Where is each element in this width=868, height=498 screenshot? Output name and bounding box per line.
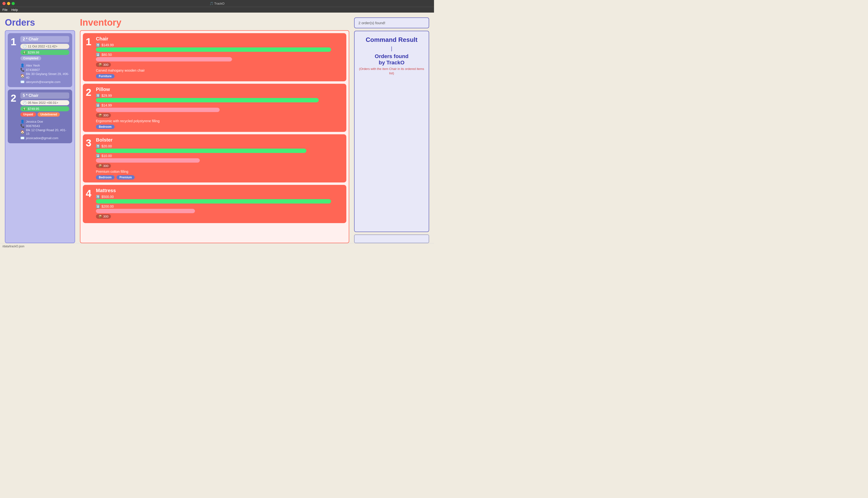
command-panel: 2 order(s) found! Command Result Orders …: [354, 17, 429, 243]
cost-price-bar-4: ⬇️ $200.00: [96, 205, 343, 213]
email-icon-2: ✉️: [20, 136, 24, 140]
menu-help[interactable]: Help: [11, 8, 18, 12]
order-phone-2: 📞 90876543: [20, 124, 69, 128]
down-arrow-icon-4: ⬇️: [96, 205, 100, 208]
inventory-card-3[interactable]: 3 Bolster ⬆️ $20.00 ⬇️ $10.00: [83, 134, 346, 182]
stock-badge-2: 📦 300: [96, 113, 111, 118]
connector-line: [391, 47, 392, 51]
status-badge-completed: Completed: [20, 56, 41, 61]
orders-found-subtitle: (Orders with the item Chair in its order…: [358, 67, 425, 76]
sell-price-bar-2: ⬆️ $29.99: [96, 94, 343, 102]
order-address-1: 🏠 Blk 30 Geylang Street 29, #06-40: [20, 72, 69, 79]
orders-found-title: Orders found by TrackO: [375, 53, 408, 66]
status-badge-undelivered: Undelivered: [38, 112, 60, 117]
close-button[interactable]: [2, 2, 5, 5]
result-text: 2 order(s) found!: [358, 21, 385, 25]
up-arrow-icon: ⬆️: [96, 43, 100, 47]
cost-price-bar-2: ⬇️ $14.99: [96, 103, 343, 112]
inventory-name-1: Chair: [96, 36, 343, 42]
order-number-2: 2: [11, 92, 18, 104]
tag-bedroom-3: Bedroom: [96, 175, 115, 180]
inventory-tags-2: Bedroom: [96, 124, 343, 129]
person-icon-2: 👤: [20, 119, 24, 123]
money-icon-2: 💵: [23, 107, 27, 110]
order-email-2: ✉️ jessicadoe@gmail.com: [20, 136, 69, 140]
inventory-card-4[interactable]: 4 Mattress ⬆️ $500.00 ⬇️ $200.00: [83, 185, 346, 223]
clock-icon-2: 🕐: [23, 101, 27, 105]
box-icon: 📦: [98, 63, 102, 67]
maximize-button[interactable]: [12, 2, 15, 5]
minimize-button[interactable]: [7, 2, 10, 5]
command-result-card: Command Result Orders found by TrackO (O…: [354, 31, 429, 232]
inventory-panel: Inventory 1 Chair ⬆️ $149.99: [80, 17, 349, 243]
stock-badge-1: 📦 300: [96, 63, 111, 67]
box-icon-2: 📦: [98, 114, 102, 117]
order-title-1: 2 * Chair: [20, 36, 69, 42]
down-arrow-icon-2: ⬇️: [96, 103, 100, 107]
command-input[interactable]: [354, 235, 429, 243]
inventory-details-3: Bolster ⬆️ $20.00 ⬇️ $10.00: [96, 137, 343, 180]
order-name-2: 👤 Jessica Doe: [20, 119, 69, 123]
tag-furniture: Furniture: [96, 74, 115, 78]
order-name-1: 👤 Alex Yeoh: [20, 63, 69, 67]
order-price-2: 💵 $749.95: [20, 106, 69, 111]
order-price-1: 💵 $299.98: [20, 50, 69, 55]
order-email-1: ✉️ alexyeoh@example.com: [20, 80, 69, 84]
status-badge-unpaid: Unpaid: [20, 112, 36, 117]
inventory-card-1[interactable]: 1 Chair ⬆️ $149.99 ⬇️ $80.50: [83, 33, 346, 81]
result-box: 2 order(s) found!: [354, 17, 429, 28]
order-address-2: 🏠 Blk 12 Changi Road 20, #01-15: [20, 128, 69, 135]
cost-price-bar-3: ⬇️ $10.00: [96, 154, 343, 162]
email-icon: ✉️: [20, 80, 24, 84]
inventory-card-2[interactable]: 2 Pillow ⬆️ $29.99 ⬇️ $14.99: [83, 84, 346, 132]
inventory-tags-1: Furniture: [96, 74, 343, 78]
app-title: 🎵 TrackO: [209, 2, 225, 5]
orders-title: Orders: [5, 17, 75, 28]
sell-price-bar-3: ⬆️ $20.00: [96, 144, 343, 153]
inventory-number-2: 2: [86, 87, 93, 98]
inventory-details-2: Pillow ⬆️ $29.99 ⬇️ $14.99: [96, 87, 343, 129]
phone-icon: 📞: [20, 68, 24, 71]
command-result-title: Command Result: [366, 36, 418, 43]
inventory-list: 1 Chair ⬆️ $149.99 ⬇️ $80.50: [80, 30, 349, 243]
phone-icon-2: 📞: [20, 124, 24, 128]
home-icon: 🏠: [20, 74, 24, 78]
order-datetime-2: 🕐 05 Nov 2022 <00:31>: [20, 100, 69, 105]
order-card-1[interactable]: 1 2 * Chair 🕐 11 Oct 2022 <11:42> 💵 $299…: [8, 33, 72, 87]
inventory-number-3: 3: [86, 137, 93, 149]
main-content: Orders 1 2 * Chair 🕐 11 Oct 2022 <11:42>…: [0, 13, 434, 243]
inventory-title: Inventory: [80, 17, 349, 28]
money-icon: 💵: [23, 51, 27, 54]
order-number-1: 1: [11, 36, 18, 48]
tag-premium-3: Premium: [116, 175, 135, 180]
inventory-name-4: Mattress: [96, 188, 343, 193]
inventory-name-3: Bolster: [96, 137, 343, 143]
order-phone-1: 📞 87438807: [20, 68, 69, 71]
order-card-2[interactable]: 2 5 * Chair 🕐 05 Nov 2022 <00:31> 💵 $749…: [8, 90, 72, 143]
box-icon-3: 📦: [98, 164, 102, 168]
menu-file[interactable]: File: [2, 8, 8, 12]
clock-icon: 🕐: [23, 44, 27, 48]
stock-badge-3: 📦 300: [96, 163, 111, 168]
down-arrow-icon-3: ⬇️: [96, 154, 100, 158]
tag-bedroom-2: Bedroom: [96, 124, 115, 129]
person-icon: 👤: [20, 63, 24, 67]
inventory-details-1: Chair ⬆️ $149.99 ⬇️ $80.50: [96, 36, 343, 78]
stock-badge-4: 📦 300: [96, 214, 111, 219]
inventory-tags-3: Bedroom Premium: [96, 175, 343, 180]
order-datetime-1: 🕐 11 Oct 2022 <11:42>: [20, 44, 69, 49]
inventory-number-4: 4: [86, 188, 93, 199]
down-arrow-icon: ⬇️: [96, 53, 100, 57]
inventory-number-1: 1: [86, 36, 93, 48]
sell-price-bar-4: ⬆️ $500.00: [96, 195, 343, 204]
up-arrow-icon-4: ⬆️: [96, 195, 100, 199]
sell-price-bar-1: ⬆️ $149.99: [96, 43, 343, 52]
order-details-1: 2 * Chair 🕐 11 Oct 2022 <11:42> 💵 $299.9…: [20, 36, 69, 84]
menubar: File Help: [0, 7, 434, 13]
orders-list: 1 2 * Chair 🕐 11 Oct 2022 <11:42> 💵 $299…: [5, 30, 75, 243]
status-path: /data/trackO.json: [2, 245, 24, 248]
inventory-name-2: Pillow: [96, 87, 343, 92]
up-arrow-icon-2: ⬆️: [96, 94, 100, 97]
cost-price-bar-1: ⬇️ $80.50: [96, 53, 343, 62]
order-details-2: 5 * Chair 🕐 05 Nov 2022 <00:31> 💵 $749.9…: [20, 92, 69, 140]
